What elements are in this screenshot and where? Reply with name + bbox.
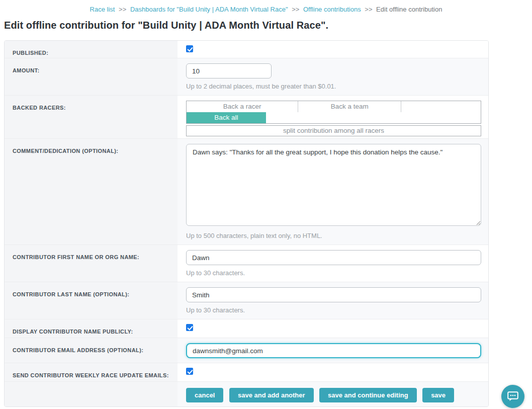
row-backed-racers: Backed racers: Back a racer Back a team … xyxy=(5,96,488,139)
breadcrumb-current-page: Edit offline contribution xyxy=(376,6,442,13)
breadcrumb-dashboards[interactable]: Dashboards for "Build Unity | ADA Month … xyxy=(130,6,288,13)
row-submit-buttons: cancel save and add another save and con… xyxy=(5,382,488,406)
breadcrumb-offline-contributions[interactable]: Offline contributions xyxy=(303,6,361,13)
display-name-checkbox[interactable] xyxy=(186,324,193,331)
first-name-help-text: Up to 30 characters. xyxy=(186,269,481,282)
last-name-label: Contributor last name (optional): xyxy=(13,291,129,297)
breadcrumb: Race list >> Dashboards for "Build Unity… xyxy=(0,0,532,13)
published-label: Published: xyxy=(13,50,48,56)
email-label: Contributor email address (optional): xyxy=(13,347,143,353)
breadcrumb-race-list[interactable]: Race list xyxy=(90,6,115,13)
display-name-label: Display contributor name publicly: xyxy=(13,329,133,335)
backed-racers-label: Backed racers: xyxy=(13,105,66,111)
row-email: Contributor email address (optional): xyxy=(5,338,488,363)
row-comment-dedication: Comment/dedication (optional): Dawn says… xyxy=(5,139,488,245)
weekly-emails-checkbox[interactable] xyxy=(186,368,193,375)
last-name-help-text: Up to 30 characters. xyxy=(186,306,481,319)
row-weekly-emails: Send contributor weekly race update emai… xyxy=(5,363,488,382)
published-checkbox[interactable] xyxy=(186,45,193,52)
save-and-add-another-button[interactable]: save and add another xyxy=(229,388,314,402)
first-name-input[interactable] xyxy=(186,250,481,265)
amount-help-text: Up to 2 decimal places, must be greater … xyxy=(186,83,480,95)
chat-bubble-icon xyxy=(507,391,518,401)
comment-textarea[interactable]: Dawn says: "Thanks for all the great sup… xyxy=(186,144,481,226)
edit-contribution-form: Published: Amount: Up to 2 decimal place… xyxy=(4,40,489,407)
breadcrumb-separator: >> xyxy=(365,6,372,13)
breadcrumb-separator: >> xyxy=(292,6,299,13)
comment-label: Comment/dedication (optional): xyxy=(13,148,118,154)
save-button[interactable]: save xyxy=(422,388,454,402)
row-last-name: Contributor last name (optional): Up to … xyxy=(5,282,488,319)
cancel-button[interactable]: cancel xyxy=(186,388,223,402)
first-name-label: Contributor first name or org name: xyxy=(13,254,139,260)
split-contribution-option[interactable]: split contribution among all racers xyxy=(186,125,481,136)
email-input[interactable] xyxy=(186,343,481,358)
row-first-name: Contributor first name or org name: Up t… xyxy=(5,245,488,282)
row-published: Published: xyxy=(5,41,488,58)
row-display-name-publicly: Display contributor name publicly: xyxy=(5,319,488,338)
amount-label: Amount: xyxy=(13,67,40,73)
tab-back-all-active[interactable]: Back all xyxy=(187,112,266,123)
tab-empty-cell xyxy=(401,101,481,112)
row-amount: Amount: Up to 2 decimal places, must be … xyxy=(5,58,488,96)
breadcrumb-separator: >> xyxy=(119,6,126,13)
tab-back-a-racer[interactable]: Back a racer xyxy=(187,101,298,112)
amount-input[interactable] xyxy=(186,63,272,78)
tab-back-a-team[interactable]: Back a team xyxy=(298,101,401,112)
comment-help-text: Up to 500 characters, plain text only, n… xyxy=(186,232,481,244)
last-name-input[interactable] xyxy=(186,287,481,302)
weekly-emails-label: Send contributor weekly race update emai… xyxy=(13,372,169,378)
backed-racers-widget: Back a racer Back a team Back all split … xyxy=(186,101,481,136)
page-title: Edit offline contribution for "Build Uni… xyxy=(4,20,532,31)
save-and-continue-editing-button[interactable]: save and continue editing xyxy=(319,388,417,402)
chat-widget-button[interactable] xyxy=(501,385,524,408)
